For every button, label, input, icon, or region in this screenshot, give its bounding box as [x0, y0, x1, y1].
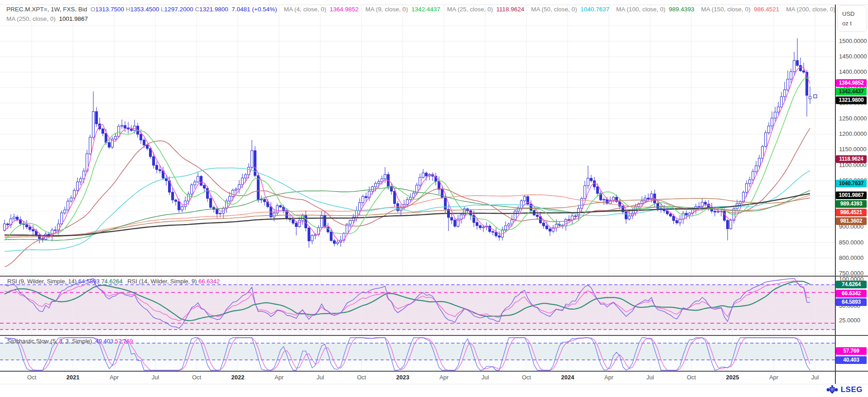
price-tick-label: 800.0000: [839, 254, 863, 261]
quote-header-segment: 1364.9852: [330, 6, 359, 13]
date-label[interactable]: Oct: [192, 374, 201, 381]
price-axis-badge: 1001.9867: [836, 191, 867, 199]
date-label[interactable]: 2025: [726, 374, 739, 381]
date-label[interactable]: Jul: [811, 374, 819, 381]
rsi-label-segment: 74.6264: [100, 278, 123, 285]
quote-header-segment: MA (100, close, 0): [609, 6, 669, 13]
date-label[interactable]: Oct: [522, 374, 531, 381]
stoch-label-segment: Stochastic Slow (5, 3, 3, Simple): [7, 338, 95, 344]
date-label[interactable]: 2021: [67, 374, 80, 381]
price-axis-badge: 981.3602: [836, 217, 867, 225]
unit-label: oz t: [842, 19, 862, 28]
quote-header-segment: MA (50, close, 0): [524, 6, 580, 13]
quote-header-segment: L: [159, 6, 164, 13]
rsi-indicator-label[interactable]: RSI (9, Wilder, Simple, 14) 64.5893 74.6…: [7, 278, 220, 285]
rsi-axis-badge: 66.6342: [836, 290, 867, 297]
quote-header-segment: PREC.M.XPT=, 1W, FXS, Bid: [6, 6, 91, 13]
price-tick-label: 850.0000: [839, 239, 863, 246]
rsi-axis-badge: 64.5893: [836, 298, 867, 306]
quote-header-segment: 1001.9867: [59, 15, 88, 22]
rsi-tick-label: 25.0000: [839, 317, 860, 324]
date-label[interactable]: 2024: [561, 374, 574, 381]
axis-bottom-border: [0, 384, 868, 384]
rsi-label-segment: 66.6342: [198, 278, 220, 285]
quote-header-segment: 1297.2000: [164, 6, 193, 13]
price-tick-label: 1200.0000: [839, 130, 867, 137]
rsi-axis-badge: 74.6264: [836, 281, 867, 288]
quote-header-segment: H: [124, 6, 130, 13]
quote-header-segment: 989.4393: [669, 6, 694, 13]
quote-header-segment: MA (150, close, 0): [694, 6, 754, 13]
quote-header-segment: MA (25, close, 0): [440, 6, 497, 13]
rsi-label-segment: RSI (14, Wilder, Simple, 9): [122, 278, 198, 285]
rsi-stoch-separator[interactable]: [0, 335, 868, 336]
currency-label: USD: [842, 9, 862, 19]
price-tick-label: 1400.0000: [839, 68, 867, 75]
price-axis-badge: 1040.7637: [836, 180, 867, 187]
date-label[interactable]: Jul: [317, 374, 324, 381]
date-label[interactable]: Oct: [687, 374, 696, 381]
price-axis-badge: 1118.9624: [836, 155, 867, 163]
quote-header-segment: 1342.4437: [411, 6, 440, 13]
date-label[interactable]: Apr: [604, 374, 613, 381]
quote-header-segment: 1118.9624: [497, 6, 525, 13]
stoch-indicator-label[interactable]: Stochastic Slow (5, 3, 3, Simple) 40.403…: [7, 338, 133, 344]
date-label[interactable]: Apr: [275, 374, 284, 381]
lseg-logo-text: LSEG: [841, 385, 863, 394]
price-tick-label: 1150.0000: [839, 146, 867, 153]
date-label[interactable]: Jul: [482, 374, 489, 381]
quote-header-segment: MA (4, close, 0): [277, 6, 329, 13]
date-label[interactable]: Jul: [152, 374, 159, 381]
stoch-label-segment: 57.769: [113, 338, 133, 344]
quote-header-line1: PREC.M.XPT=, 1W, FXS, Bid O1313.7500 H13…: [6, 5, 864, 14]
quote-header-segment: 1353.4500: [130, 6, 159, 13]
quote-header-segment: MA (250, close, 0): [6, 15, 59, 22]
stoch-axis-separator: [0, 371, 868, 372]
rsi-label-segment: 64.5893: [78, 278, 100, 285]
date-label[interactable]: 2022: [231, 374, 245, 381]
date-label[interactable]: Apr: [439, 374, 448, 381]
quote-header-segment: 1040.7637: [580, 6, 609, 13]
quote-header-segment: O: [91, 6, 96, 13]
price-axis-badge: 1321.9800: [836, 96, 867, 104]
date-label[interactable]: Oct: [357, 374, 366, 381]
date-label[interactable]: Apr: [769, 374, 778, 381]
price-axis-badge: 1364.9852: [836, 79, 867, 87]
unit-box: USD oz t: [837, 5, 867, 32]
date-label[interactable]: Oct: [27, 374, 36, 381]
price-rsi-separator[interactable]: [0, 276, 868, 277]
price-tick-label: 1450.0000: [839, 53, 867, 60]
stoch-axis-badge: 57.769: [836, 347, 867, 355]
date-label[interactable]: Apr: [110, 374, 119, 381]
quote-header-segment: 7.0481 (+0.54%): [228, 6, 277, 13]
stoch-label-segment: 40.403: [95, 338, 113, 344]
price-axis-badge: 989.4393: [836, 200, 867, 208]
quote-header-segment: MA (9, close, 0): [359, 6, 411, 13]
lseg-crest-icon: [826, 385, 838, 395]
lseg-logo: LSEG: [826, 385, 863, 395]
quote-header-segment: 986.4521: [754, 6, 779, 13]
stoch-axis-badge: 40.403: [836, 356, 867, 364]
quote-header-segment: MA (200, close, 0): [779, 6, 839, 13]
date-label[interactable]: Jul: [646, 374, 654, 381]
chart-window: PREC.M.XPT=, 1W, FXS, Bid O1313.7500 H13…: [0, 0, 868, 397]
date-label[interactable]: 2023: [396, 374, 410, 381]
quote-header-segment: C: [193, 6, 199, 13]
price-axis-badge: 986.4521: [836, 209, 867, 216]
rsi-label-segment: RSI (9, Wilder, Simple, 14): [7, 278, 78, 285]
price-tick-label: 1500.0000: [839, 38, 867, 44]
quote-header-segment: 1313.7500: [95, 6, 124, 13]
quote-header-line2: MA (250, close, 0) 1001.9867: [6, 15, 88, 23]
chart-top-border: [0, 5, 868, 5]
price-axis-badge: 1342.4437: [836, 88, 867, 96]
price-tick-label: 1250.0000: [839, 115, 867, 122]
quote-header-segment: 1321.9800: [199, 6, 228, 13]
